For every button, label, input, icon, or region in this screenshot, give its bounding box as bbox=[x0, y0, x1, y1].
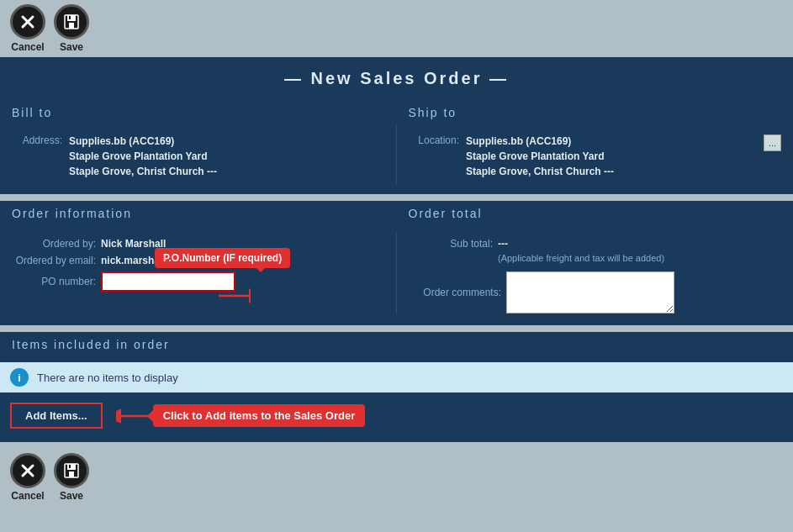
bill-ship-header-row: Bill to Ship to bbox=[0, 100, 793, 125]
bill-address-row: Address: Supplies.bb (ACC169) Staple Gro… bbox=[12, 134, 384, 179]
po-number-row: PO number: P.O.Number (IF required) bbox=[12, 271, 384, 292]
save-button[interactable]: Save bbox=[54, 4, 89, 53]
ship-city: Staple Grove, Christ Church --- bbox=[466, 164, 757, 179]
bottom-save-button[interactable]: Save bbox=[54, 453, 89, 502]
po-number-label: PO number: bbox=[12, 276, 96, 287]
svg-rect-3 bbox=[67, 15, 76, 21]
bill-address-value: Supplies.bb (ACC169) Staple Grove Planta… bbox=[69, 134, 217, 179]
cancel-button[interactable]: Cancel bbox=[10, 4, 45, 53]
bill-city: Staple Grove, Christ Church --- bbox=[69, 164, 217, 179]
bill-street: Staple Grove Plantation Yard bbox=[69, 149, 217, 164]
bottom-toolbar: Cancel Save bbox=[0, 449, 793, 506]
freight-note: (Applicable freight and tax will be adde… bbox=[409, 253, 781, 263]
add-items-row: Add Items... Click to Add items to the S… bbox=[0, 398, 793, 434]
save-label: Save bbox=[60, 41, 83, 53]
cancel-icon bbox=[10, 4, 45, 40]
no-items-bar: i There are no items to display bbox=[0, 362, 793, 392]
ordered-by-label: Ordered by: bbox=[12, 238, 96, 250]
ship-street: Staple Grove Plantation Yard bbox=[466, 149, 757, 164]
page-title: — New Sales Order — bbox=[0, 57, 793, 100]
no-items-text: There are no items to display bbox=[37, 371, 178, 384]
add-items-annotation: Click to Add items to the Sales Order bbox=[153, 404, 366, 427]
add-items-button[interactable]: Add Items... bbox=[10, 403, 103, 429]
subtotal-value: --- bbox=[498, 238, 508, 250]
divider-3 bbox=[0, 442, 793, 449]
ship-to-header: Ship to bbox=[397, 100, 794, 125]
cancel-label: Cancel bbox=[11, 41, 44, 53]
svg-rect-14 bbox=[69, 471, 74, 477]
bill-company: Supplies.bb (ACC169) bbox=[69, 134, 217, 149]
address-label: Address: bbox=[12, 134, 62, 146]
order-info-header: Order information bbox=[0, 201, 397, 226]
svg-rect-15 bbox=[69, 465, 71, 468]
subtotal-label: Sub total: bbox=[409, 238, 493, 250]
po-number-input[interactable] bbox=[101, 271, 235, 292]
location-label: Location: bbox=[409, 134, 459, 146]
order-comments-input[interactable] bbox=[506, 271, 674, 313]
order-comments-label: Order comments: bbox=[409, 287, 501, 298]
info-icon: i bbox=[10, 368, 29, 387]
order-info-left: Ordered by: Nick Marshall Ordered by ema… bbox=[0, 233, 397, 313]
bottom-save-icon bbox=[54, 453, 89, 488]
divider-2 bbox=[0, 325, 793, 332]
order-info-section: Ordered by: Nick Marshall Ordered by ema… bbox=[0, 226, 793, 325]
save-icon bbox=[54, 4, 89, 40]
ship-company: Supplies.bb (ACC169) bbox=[466, 134, 757, 149]
bill-ship-section: Address: Supplies.bb (ACC169) Staple Gro… bbox=[0, 125, 793, 194]
ordered-by-email-label: Ordered by email: bbox=[12, 255, 96, 266]
order-info-header-row: Order information Order total bbox=[0, 201, 793, 226]
order-total-header: Order total bbox=[397, 201, 794, 226]
svg-rect-5 bbox=[69, 16, 71, 19]
top-toolbar: Cancel Save bbox=[0, 0, 793, 57]
bottom-cancel-button[interactable]: Cancel bbox=[10, 453, 45, 502]
bottom-cancel-label: Cancel bbox=[11, 490, 44, 502]
bill-to-header: Bill to bbox=[0, 100, 397, 125]
svg-rect-13 bbox=[67, 464, 76, 470]
items-section: Items included in order i There are no i… bbox=[0, 332, 793, 442]
ship-location-row: Location: Supplies.bb (ACC169) Staple Gr… bbox=[409, 134, 781, 179]
bill-to-section: Address: Supplies.bb (ACC169) Staple Gro… bbox=[0, 125, 397, 184]
items-header: Items included in order bbox=[0, 332, 793, 357]
ship-to-section: Location: Supplies.bb (ACC169) Staple Gr… bbox=[397, 125, 793, 184]
bottom-cancel-icon bbox=[10, 453, 45, 488]
items-header-row: Items included in order bbox=[0, 332, 793, 357]
divider-1 bbox=[0, 194, 793, 201]
svg-rect-4 bbox=[69, 23, 74, 29]
subtotal-row: Sub total: --- bbox=[409, 238, 781, 250]
po-annotation-bubble: P.O.Number (IF required) bbox=[155, 248, 290, 268]
bottom-save-label: Save bbox=[60, 490, 83, 502]
ship-location-button[interactable]: ... bbox=[764, 134, 781, 151]
order-comments-row: Order comments: bbox=[409, 271, 781, 313]
ship-address-value: Supplies.bb (ACC169) Staple Grove Planta… bbox=[466, 134, 757, 179]
order-info-right: Sub total: --- (Applicable freight and t… bbox=[397, 233, 793, 313]
